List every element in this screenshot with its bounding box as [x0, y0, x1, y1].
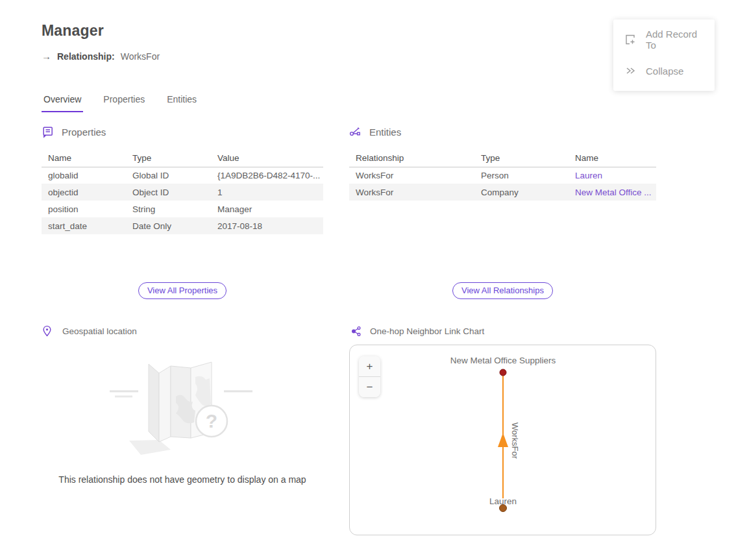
prop-value: 1: [211, 184, 323, 201]
prop-value: {1A9DB2B6-D482-4170-...: [211, 167, 323, 184]
entity-type: Company: [474, 184, 569, 201]
entities-table-header: Relationship Type Name: [349, 149, 656, 167]
prop-value: 2017-08-18: [211, 217, 323, 234]
entity-relationship: WorksFor: [349, 184, 474, 201]
properties-table-header: Name Type Value: [42, 149, 323, 167]
prop-type: Global ID: [126, 167, 211, 184]
entity-name-link[interactable]: New Metal Office ...: [569, 184, 656, 201]
bottom-node[interactable]: [500, 505, 507, 512]
entities-section-title: Entities: [369, 127, 401, 138]
map-pin-icon: [42, 325, 54, 337]
properties-section-header: Properties: [42, 125, 323, 139]
relationship-arrow-icon: →: [42, 51, 51, 62]
edge-label: WorksFor: [510, 422, 520, 459]
link-chart-section-header: One-hop Neighbor Link Chart: [349, 324, 656, 338]
col-header-type: Type: [474, 149, 569, 167]
col-header-type: Type: [126, 149, 211, 167]
entities-icon: [349, 126, 362, 138]
tab-entities[interactable]: Entities: [165, 93, 199, 112]
table-row: WorksFor Company New Metal Office ...: [349, 184, 656, 201]
entities-button-row: View All Relationships: [349, 282, 656, 299]
top-node[interactable]: [500, 369, 506, 376]
map-placeholder-illustration: ?: [92, 345, 273, 456]
menu-item-collapse[interactable]: Collapse: [613, 55, 715, 86]
table-row: WorksFor Person Lauren: [349, 167, 656, 184]
menu-item-label: Add Record To: [646, 29, 704, 51]
properties-section-title: Properties: [62, 127, 106, 138]
prop-name: globalid: [42, 167, 126, 184]
link-chart-icon: [349, 325, 362, 337]
entity-name-link[interactable]: Lauren: [569, 167, 656, 184]
view-all-properties-button[interactable]: View All Properties: [138, 282, 227, 299]
record-actions-menu: Add Record To Collapse: [613, 19, 715, 91]
table-row: start_date Date Only 2017-08-18: [42, 217, 323, 234]
table-row: objectid Object ID 1: [42, 184, 323, 201]
menu-item-label: Collapse: [646, 66, 683, 77]
col-header-name: Name: [42, 149, 126, 167]
view-all-relationships-button[interactable]: View All Relationships: [452, 282, 553, 299]
prop-type: Date Only: [126, 217, 211, 234]
properties-icon: [42, 126, 54, 138]
tab-overview[interactable]: Overview: [42, 93, 83, 112]
top-node-label: New Metal Office Suppliers: [450, 356, 556, 365]
page-title: Manager: [42, 22, 160, 40]
tab-bar: Overview Properties Entities: [42, 93, 199, 112]
properties-section: Properties Name Type Value globalid Glob…: [42, 125, 323, 234]
prop-type: Object ID: [126, 184, 211, 201]
prop-value: Manager: [211, 201, 323, 217]
table-row: globalid Global ID {1A9DB2B6-D482-4170-.…: [42, 167, 323, 184]
add-record-icon: [624, 34, 636, 45]
geospatial-empty-state: ? This relationship does not have geomet…: [42, 345, 323, 535]
record-subtitle: → Relationship: WorksFor: [42, 51, 160, 62]
collapse-icon: [624, 65, 636, 77]
entity-relationship: WorksFor: [349, 167, 474, 184]
svg-text:?: ?: [206, 410, 217, 432]
link-chart-graph: WorksFor New Metal Office Suppliers Laur…: [350, 345, 656, 535]
table-row: position String Manager: [42, 201, 323, 217]
prop-name: objectid: [42, 184, 126, 201]
entity-type: Person: [474, 167, 569, 184]
geospatial-section-title: Geospatial location: [62, 326, 137, 336]
prop-name: start_date: [42, 217, 126, 234]
geospatial-empty-message: This relationship does not have geometry…: [58, 474, 306, 485]
overview-content: Properties Name Type Value globalid Glob…: [42, 125, 656, 535]
entities-section-header: Entities: [349, 125, 656, 139]
edge-arrow-icon: [498, 433, 508, 447]
prop-type: String: [126, 201, 211, 217]
properties-button-row: View All Properties: [42, 282, 323, 299]
prop-name: position: [42, 201, 126, 217]
link-chart-section-title: One-hop Neighbor Link Chart: [370, 326, 484, 336]
link-chart-card: + − WorksFor New Metal Office Suppliers …: [349, 345, 656, 535]
col-header-relationship: Relationship: [349, 149, 474, 167]
relationship-value: WorksFor: [121, 51, 160, 62]
tab-properties[interactable]: Properties: [101, 93, 147, 112]
col-header-name: Name: [569, 149, 656, 167]
entities-section: Entities Relationship Type Name WorksFor…: [349, 125, 656, 234]
menu-item-add-record-to[interactable]: Add Record To: [613, 24, 715, 55]
properties-table: Name Type Value globalid Global ID {1A9D…: [42, 149, 323, 234]
col-header-value: Value: [211, 149, 323, 167]
entities-table: Relationship Type Name WorksFor Person L…: [349, 149, 656, 201]
page-header: Manager → Relationship: WorksFor: [42, 22, 160, 62]
geospatial-section-header: Geospatial location: [42, 324, 323, 338]
relationship-label: Relationship:: [57, 51, 115, 62]
